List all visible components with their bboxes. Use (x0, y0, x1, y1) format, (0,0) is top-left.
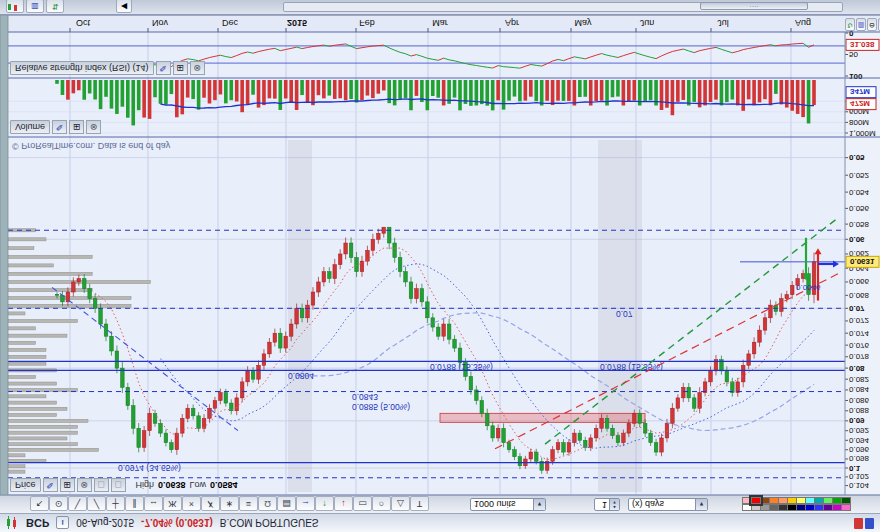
svg-text:800M: 800M (849, 118, 869, 127)
svg-text:0.0788 (15.35%): 0.0788 (15.35%) (430, 362, 493, 372)
rsi-pane-label[interactable]: Relative strength index (RSI) (14) (10, 61, 154, 75)
vertical-line-tool[interactable]: ┼ (106, 496, 125, 511)
svg-text:Nov: Nov (152, 18, 169, 28)
text-tool[interactable]: T (410, 496, 429, 511)
svg-text:0.09: 0.09 (849, 416, 865, 425)
compare-button[interactable]: ⇅ (46, 0, 64, 13)
chevron-down-icon[interactable]: ▾ (695, 499, 707, 510)
price-pane-label[interactable]: Price (10, 478, 41, 492)
svg-text:0.086: 0.086 (849, 396, 870, 405)
units-select[interactable]: 1000 units ▾ (470, 498, 546, 511)
triangle-tool[interactable]: △ (391, 496, 410, 511)
color-swatch[interactable] (751, 497, 761, 504)
color-swatch[interactable] (841, 497, 851, 504)
price-info: High0.0638 Low0.0584 (136, 480, 238, 490)
svg-text:0.0631: 0.0631 (850, 257, 875, 266)
bar-style-button[interactable]: ▥ (856, 18, 866, 31)
chart-scrollbar[interactable] (283, 2, 843, 12)
svg-text:0.102: 0.102 (849, 472, 870, 481)
fit-chart-button[interactable]: ↻ (845, 18, 855, 31)
svg-text:Oct: Oct (76, 18, 91, 28)
fibonacci-tool[interactable]: ≡ (239, 496, 258, 511)
ellipse-tool[interactable]: ○ (372, 496, 391, 511)
svg-text:2015: 2015 (287, 18, 307, 28)
prt-logo-icon (854, 518, 874, 529)
svg-text:0.098: 0.098 (849, 454, 870, 463)
svg-text:Dec: Dec (222, 18, 239, 28)
scroll-back-button[interactable]: ◀ (116, 0, 132, 13)
arrow-up-tool[interactable]: ↑ (315, 496, 334, 511)
collapse-icon[interactable]: ◻ (94, 478, 109, 492)
candlestick-view-button[interactable] (6, 0, 24, 13)
svg-text:0.0974 (34.65%): 0.0974 (34.65%) (118, 463, 181, 473)
svg-text:0.078: 0.078 (849, 352, 870, 361)
alert-bell-tool[interactable]: Ω (258, 496, 277, 511)
prorealtime-window: BCP i 06-Aug-2015 -7.04% (0.0631) B.COM … (0, 0, 880, 532)
svg-text:May: May (574, 18, 592, 28)
info-button[interactable]: i (56, 517, 69, 530)
svg-text:0.094: 0.094 (849, 436, 870, 445)
expand-icon[interactable]: ◻ (111, 478, 126, 492)
detach-window-icon[interactable]: ⊞ (173, 61, 188, 75)
free-points-tool[interactable]: ∗ (220, 496, 239, 511)
svg-text:0.092: 0.092 (849, 426, 870, 435)
volume-pane-label[interactable]: Volume (10, 120, 50, 134)
svg-text:0.1: 0.1 (849, 464, 861, 473)
low-value: 0.0584 (210, 480, 238, 490)
svg-text:0.068: 0.068 (849, 291, 870, 300)
arrow-down-tool[interactable]: ↓ (334, 496, 353, 511)
note-tool[interactable]: ▤ (277, 496, 296, 511)
detach-window-icon[interactable]: ⊞ (69, 120, 84, 134)
svg-text:0.054: 0.054 (849, 188, 870, 197)
chart-grid-button[interactable]: ▥ (26, 0, 44, 13)
svg-text:472M: 472M (850, 99, 870, 108)
edit-pencil-icon[interactable]: ✎ (156, 61, 171, 75)
quantity-stepper[interactable]: 1 ▴▾ (594, 498, 620, 511)
fan-lines-tool[interactable]: Ж (163, 496, 182, 511)
rsi-pane-tab: Relative strength index (RSI) (14) ✎ ⊞ ⊗ (10, 61, 205, 75)
trendline-tool[interactable]: ╲ (68, 496, 87, 511)
timeframe-select[interactable]: (x) days ▾ (628, 498, 708, 511)
arrow-right-tool[interactable]: → (296, 496, 315, 511)
cursor-tool[interactable]: ↖ (30, 496, 49, 511)
rectangle-tool[interactable]: ▭ (353, 496, 372, 511)
svg-text:0.0843: 0.0843 (352, 392, 378, 402)
instrument-name: B.COM PORTUGUES (220, 518, 319, 529)
timeframe-value: (x) days (629, 500, 695, 510)
svg-text:0.07: 0.07 (849, 304, 865, 313)
edit-pencil-icon[interactable]: ✎ (43, 478, 58, 492)
zoom-out-button[interactable]: ⊖ (867, 18, 877, 31)
svg-text:Jul: Jul (717, 18, 729, 28)
svg-text:1,000M: 1,000M (849, 129, 876, 138)
high-value: 0.0638 (158, 480, 186, 490)
svg-text:0.082: 0.082 (849, 375, 870, 384)
axis-buttons: ↻ ▥ ⊖ ⊕ (845, 18, 880, 31)
close-icon[interactable]: ⊗ (190, 61, 205, 75)
svg-text:Apr: Apr (505, 18, 519, 28)
extended-cross-tool[interactable]: ✗ (201, 496, 220, 511)
svg-text:347M: 347M (850, 87, 870, 96)
parallel-lines-tool[interactable]: ∥ (125, 496, 144, 511)
color-swatch[interactable] (841, 504, 851, 511)
quantity-value: 1 (595, 499, 609, 510)
close-icon[interactable]: ⊗ (77, 478, 92, 492)
svg-text:0.05: 0.05 (849, 153, 865, 162)
chevron-down-icon[interactable]: ▾ (533, 499, 545, 510)
segment-tool[interactable]: ╱ (87, 496, 106, 511)
svg-text:31.038: 31.038 (850, 40, 875, 49)
edit-pencil-icon[interactable]: ✎ (52, 120, 67, 134)
close-icon[interactable]: ⊗ (86, 120, 101, 134)
svg-text:0.096: 0.096 (849, 445, 870, 454)
candlestick-icon (5, 517, 19, 530)
zoom-tool[interactable]: ⊙ (49, 496, 68, 511)
quote-date: 06-Aug-2015 (76, 518, 134, 529)
horizontal-line-tool[interactable]: ↔ (144, 496, 163, 511)
low-label: Low (190, 480, 207, 490)
status-bar: BCP i 06-Aug-2015 -7.04% (0.0631) B.COM … (0, 513, 880, 532)
svg-text:Feb: Feb (359, 18, 375, 28)
scrollbar-thumb[interactable] (700, 2, 808, 10)
detach-window-icon[interactable]: ⊞ (60, 478, 75, 492)
cross-tool[interactable]: × (182, 496, 201, 511)
svg-text:0.056: 0.056 (849, 204, 870, 213)
spin-down-icon[interactable]: ▾ (610, 500, 619, 505)
